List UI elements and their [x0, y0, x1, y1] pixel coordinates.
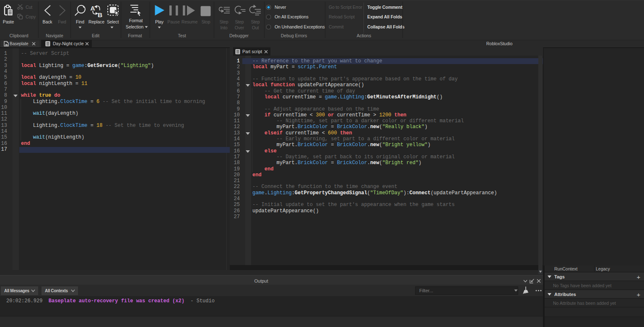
svg-text:A: A [91, 5, 95, 12]
svg-text:B: B [98, 11, 102, 18]
